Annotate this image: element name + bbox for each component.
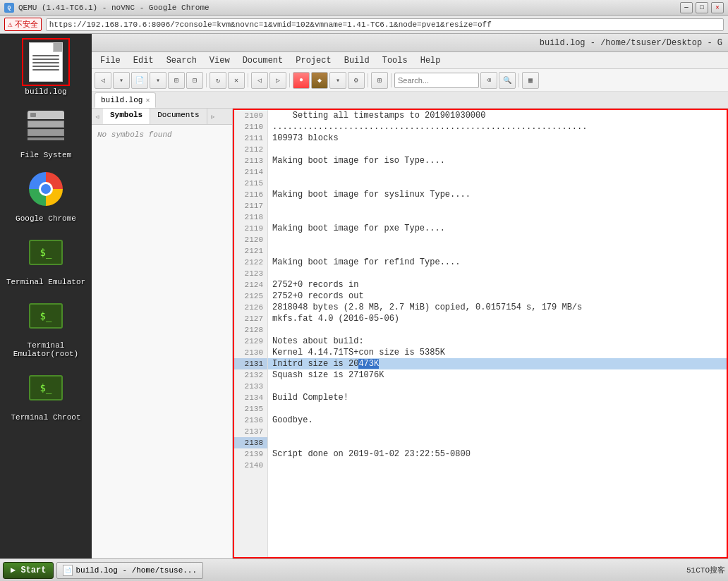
desktop-icon-google-chrome[interactable]: Google Chrome — [6, 166, 86, 223]
line-number: 2110 — [234, 121, 267, 133]
maximize-button[interactable]: □ — [696, 2, 708, 13]
chrome-icon-wrapper — [23, 166, 68, 212]
desktop-icon-terminal-emulator[interactable]: $_ Terminal Emulator — [6, 230, 86, 286]
line-number: 2130 — [234, 347, 267, 358]
toolbar-btn3[interactable]: ⊞ — [168, 72, 185, 89]
toolbar-stop-button[interactable]: ✕ — [228, 72, 245, 89]
file-line — [32, 59, 59, 60]
file-line — [32, 66, 59, 67]
minimize-button[interactable]: ─ — [680, 2, 693, 13]
desktop-icon-file-system[interactable]: File System — [6, 103, 86, 159]
code-line — [268, 437, 727, 448]
toolbar-refresh-button[interactable]: ↻ — [210, 72, 226, 89]
tab-close-button[interactable]: ✕ — [145, 96, 150, 104]
title-bar-left: Q QEMU (1.41-TC6.1) - noVNC - Google Chr… — [4, 3, 210, 13]
selected-text: 473K — [358, 359, 379, 369]
terminal-chroot-icon: $_ — [29, 375, 63, 400]
tab-build-log[interactable]: build.log ✕ — [95, 92, 156, 108]
tabs-bar: build.log ✕ — [92, 92, 728, 109]
code-line: Squash size is 271076K — [268, 369, 727, 381]
line-number: 2115 — [234, 178, 267, 189]
left-panel: ◁ Symbols Documents ▷ No symbols found — [92, 109, 233, 558]
desktop-icon-build-log[interactable]: build.log — [6, 39, 86, 96]
line-number: 2132 — [234, 369, 267, 381]
toolbar-search-button[interactable]: 🔍 — [499, 72, 516, 89]
file-line — [32, 55, 59, 56]
menu-build[interactable]: Build — [339, 54, 375, 67]
code-line: mkfs.fat 4.0 (2016-05-06) — [268, 313, 727, 324]
code-line: Making boot image for iso Type.... — [268, 155, 727, 166]
url-text: https://192.168.170.6:8006/?console=kvm&… — [49, 20, 492, 29]
start-label: ▶ Start — [11, 565, 46, 575]
code-line — [268, 460, 727, 471]
title-bar: Q QEMU (1.41-TC6.1) - noVNC - Google Chr… — [0, 0, 728, 16]
toolbar-clear-search[interactable]: ⌫ — [480, 72, 497, 89]
chrome-icon — [29, 172, 63, 206]
toolbar-red-btn[interactable]: ● — [293, 72, 310, 89]
taskbar-file-icon: 📄 — [63, 565, 73, 576]
toolbar-gear-btn[interactable]: ⚙ — [348, 72, 365, 89]
line-number: 2134 — [234, 392, 267, 403]
toolbar-arrow-right[interactable]: ▷ — [269, 72, 286, 89]
toolbar-dropdown3[interactable]: ▾ — [329, 72, 346, 89]
code-line: 2752+0 records out — [268, 290, 727, 302]
panel-left-arrow[interactable]: ◁ — [92, 109, 103, 124]
code-line — [268, 144, 727, 155]
menu-tools[interactable]: Tools — [377, 54, 413, 67]
taskbar-item-label: build.log - /home/tsuse... — [75, 566, 197, 575]
file-icon-lines — [30, 43, 62, 75]
code-line: Making boot image for syslinux Type.... — [268, 189, 727, 200]
panel-right-arrow[interactable]: ▷ — [207, 109, 219, 124]
code-content[interactable]: 2109211021112112211321142115211621172118… — [234, 110, 727, 557]
menu-file[interactable]: File — [95, 54, 126, 67]
toolbar-new-button[interactable]: 📄 — [131, 72, 148, 89]
editor-title-bar: build.log - /home/tsuser/Desktop - G — [92, 34, 728, 52]
toolbar-brown-btn[interactable]: ◆ — [311, 72, 328, 89]
code-line — [268, 268, 727, 279]
line-number: 2137 — [234, 426, 267, 437]
panel-content: No symbols found — [92, 125, 232, 145]
toolbar-arrow-left[interactable]: ◁ — [251, 72, 268, 89]
menu-project[interactable]: Project — [290, 54, 336, 67]
line-number: 2135 — [234, 403, 267, 415]
toolbar-grid-btn[interactable]: ⊞ — [371, 72, 388, 89]
toolbar-dropdown2[interactable]: ▾ — [150, 72, 166, 89]
app-icon: Q — [4, 3, 14, 13]
editor-title: build.log - /home/tsuser/Desktop - G — [540, 38, 722, 48]
editor-area: build.log - /home/tsuser/Desktop - G Fil… — [92, 34, 728, 558]
toolbar-back-button[interactable]: ◁ — [95, 72, 111, 89]
desktop-icon-terminal-chroot[interactable]: $_ Terminal Chroot — [6, 365, 86, 422]
line-number: 2123 — [234, 268, 267, 279]
panel-tab-documents[interactable]: Documents — [150, 109, 207, 124]
menu-edit[interactable]: Edit — [128, 54, 159, 67]
code-line: 2818048 bytes (2.8 MB, 2.7 MiB) copied, … — [268, 302, 727, 313]
code-line — [268, 245, 727, 257]
code-line — [268, 234, 727, 245]
line-number: 2126 — [234, 302, 267, 313]
menu-search[interactable]: Search — [161, 54, 202, 67]
toolbar-search-input[interactable] — [394, 73, 479, 88]
chrome-inner — [39, 182, 53, 196]
start-button[interactable]: ▶ Start — [3, 562, 54, 579]
url-bar[interactable]: https://192.168.170.6:8006/?console=kvm&… — [46, 18, 724, 31]
code-line: Kernel 4.14.71TS+con size is 5385K — [268, 347, 727, 358]
panel-tab-symbols[interactable]: Symbols — [103, 109, 150, 124]
toolbar-dropdown1[interactable]: ▾ — [113, 72, 130, 89]
address-bar: ⚠ 不安全 https://192.168.170.6:8006/?consol… — [0, 16, 728, 34]
toolbar-separator4 — [368, 73, 368, 87]
menu-help[interactable]: Help — [415, 54, 447, 67]
line-number: 2125 — [234, 290, 267, 302]
taskbar-item-build-log[interactable]: 📄 build.log - /home/tsuse... — [56, 562, 203, 579]
window-controls[interactable]: ─ □ ✕ — [680, 2, 724, 13]
code-line — [268, 200, 727, 212]
close-button[interactable]: ✕ — [711, 2, 724, 13]
menu-view[interactable]: View — [204, 54, 236, 67]
desktop-icon-terminal-root[interactable]: $_ Terminal Emulator(root) — [6, 293, 86, 358]
code-line: Making boot image for pxe Type.... — [268, 223, 727, 234]
toolbar-btn4[interactable]: ⊟ — [186, 72, 203, 89]
code-line: Notes about build: — [268, 336, 727, 347]
terminal-root-label: Terminal Emulator(root) — [6, 341, 86, 358]
code-line — [268, 212, 727, 223]
menu-document[interactable]: Document — [237, 54, 289, 67]
toolbar-extra-btn[interactable]: ▦ — [522, 72, 539, 89]
